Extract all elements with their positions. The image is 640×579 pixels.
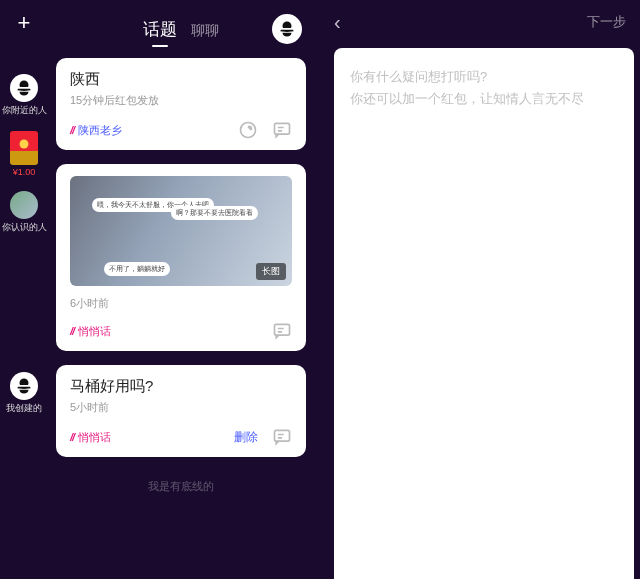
card-title: 马桶好用吗? [70, 377, 292, 396]
avatar-icon [10, 191, 38, 219]
speech-bubble: 啊？那要不要去医院看看 [171, 206, 258, 220]
compose-header: ‹ 下一步 [320, 0, 640, 44]
card-image[interactable]: 喂，我今天不太舒服，你一个人去吧 啊？那要不要去医院看看 不用了，躺躺就好 长图 [70, 176, 292, 286]
agent-icon [10, 372, 38, 400]
share-icon[interactable] [238, 120, 258, 140]
tag-text: 悄悄话 [78, 430, 111, 445]
header: 话题 聊聊 [56, 14, 306, 44]
svg-rect-1 [275, 123, 290, 134]
card-tag[interactable]: // 悄悄话 [70, 324, 111, 339]
speech-bubble: 不用了，躺躺就好 [104, 262, 170, 276]
svg-rect-2 [275, 324, 290, 335]
card-subtitle: 6小时前 [70, 296, 292, 311]
rail-label: 我创建的 [6, 402, 42, 415]
card-tag[interactable]: // 陕西老乡 [70, 123, 122, 138]
placeholder-text: 你有什么疑问想打听吗? 你还可以加一个红包，让知情人言无不尽 [350, 66, 618, 110]
placeholder-line: 你还可以加一个红包，让知情人言无不尽 [350, 88, 618, 110]
next-button[interactable]: 下一步 [587, 13, 626, 31]
rail-item-redpacket[interactable]: ¥1.00 [10, 131, 38, 177]
slash-icon: // [70, 431, 74, 443]
card-footer: // 悄悄话 [70, 321, 292, 341]
comment-icon[interactable] [272, 120, 292, 140]
svg-rect-3 [275, 430, 290, 441]
tabs: 话题 聊聊 [143, 18, 219, 41]
topic-card[interactable]: 喂，我今天不太舒服，你一个人去吧 啊？那要不要去医院看看 不用了，躺躺就好 长图… [56, 164, 306, 351]
tab-chat[interactable]: 聊聊 [191, 22, 219, 40]
agent-icon [10, 74, 38, 102]
topic-card[interactable]: 马桶好用吗? 5小时前 // 悄悄话 删除 [56, 365, 306, 457]
card-footer: // 陕西老乡 [70, 120, 292, 140]
rail-item-nearby[interactable]: 你附近的人 [2, 74, 47, 117]
card-title: 陕西 [70, 70, 292, 89]
red-price: ¥1.00 [13, 167, 36, 177]
red-envelope-icon [10, 131, 38, 165]
tag-text: 悄悄话 [78, 324, 111, 339]
tab-topics[interactable]: 话题 [143, 18, 177, 41]
profile-button[interactable] [272, 14, 302, 44]
back-button[interactable]: ‹ [334, 12, 341, 32]
long-image-badge: 长图 [256, 263, 286, 280]
comment-icon[interactable] [272, 427, 292, 447]
tag-text: 陕西老乡 [78, 123, 122, 138]
list-end-text: 我是有底线的 [56, 479, 306, 494]
card-footer: // 悄悄话 删除 [70, 427, 292, 447]
svg-point-0 [241, 123, 256, 138]
comment-icon[interactable] [272, 321, 292, 341]
compose-screen: ‹ 下一步 你有什么疑问想打听吗? 你还可以加一个红包，让知情人言无不尽 [320, 0, 640, 579]
placeholder-line: 你有什么疑问想打听吗? [350, 66, 618, 88]
card-subtitle: 15分钟后红包发放 [70, 93, 292, 108]
card-tag[interactable]: // 悄悄话 [70, 430, 111, 445]
rail-item-created[interactable]: 我创建的 [6, 372, 42, 415]
slash-icon: // [70, 124, 74, 136]
card-subtitle: 5小时前 [70, 400, 292, 415]
feed-screen: + 你附近的人 ¥1.00 你认识的人 我创建的 话题 [0, 0, 320, 579]
rail-item-known[interactable]: 你认识的人 [2, 191, 47, 234]
slash-icon: // [70, 325, 74, 337]
delete-button[interactable]: 删除 [234, 429, 258, 446]
add-button[interactable]: + [18, 12, 31, 34]
side-rail: + 你附近的人 ¥1.00 你认识的人 我创建的 [0, 0, 48, 579]
topic-card[interactable]: 陕西 15分钟后红包发放 // 陕西老乡 [56, 58, 306, 150]
main-column: 话题 聊聊 陕西 15分钟后红包发放 // 陕西老乡 [48, 0, 320, 579]
rail-label: 你附近的人 [2, 104, 47, 117]
rail-label: 你认识的人 [2, 221, 47, 234]
compose-editor[interactable]: 你有什么疑问想打听吗? 你还可以加一个红包，让知情人言无不尽 [334, 48, 634, 579]
